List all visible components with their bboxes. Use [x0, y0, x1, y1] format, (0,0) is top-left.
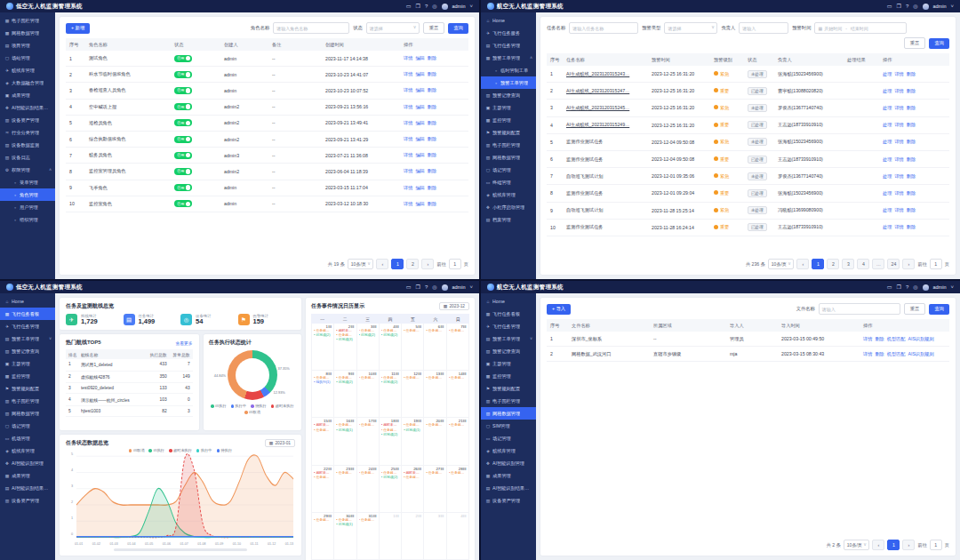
row-action-link[interactable]: 编辑 [415, 71, 424, 76]
calendar-event[interactable]: • 任务超时(2) [404, 329, 422, 333]
sidebar-item[interactable]: ▨ 设备日志 [0, 151, 55, 164]
row-action-link[interactable]: 详情 [404, 71, 412, 76]
user-menu[interactable]: admin [452, 284, 466, 290]
calendar-day-cell[interactable]: 18日 • 超时未执行(2)• 任务超时(3)• 已完成(2) [380, 418, 402, 464]
sidebar-item[interactable]: ▥ 电子围栏管理 [481, 139, 536, 151]
row-action-link[interactable]: 删除 [907, 224, 916, 229]
goto-page-input[interactable]: 1 [930, 259, 942, 269]
calendar-event[interactable]: • 超时未执行(1) [314, 471, 332, 476]
row-action-link[interactable]: 详情 [894, 207, 903, 212]
table-row[interactable]: 8 监测作业测试任务 2023-12-01 09:29:04 重要 已处理 张海… [547, 185, 949, 202]
row-action-link[interactable]: 编辑 [415, 87, 424, 92]
calendar-day-cell[interactable]: 4日 • 任务超时(3)• 已完成(2) [380, 324, 402, 370]
cell-task-name[interactable]: 监测作业测试任务 [563, 133, 648, 150]
status-toggle[interactable]: 启用 [174, 184, 192, 191]
legend-item[interactable]: 待执行 [251, 404, 267, 408]
calendar-day-cell[interactable]: 14日 • 任务超时(2) [447, 371, 469, 417]
sidebar-item[interactable]: ✈ 飞行任务管理 [0, 320, 55, 332]
sidebar-item[interactable]: ▥ 设备资产管理 [481, 494, 536, 507]
import-button[interactable]: + 导入 [547, 304, 571, 315]
column-header[interactable]: 预警时间 [648, 53, 710, 66]
calendar-day-cell[interactable]: 1日 • 任务超时(4)• 已完成(2) [312, 324, 334, 370]
table-row[interactable]: 1 测试角色 启用 admin -- 2023-11-17 14:14:38 详… [66, 51, 468, 67]
row-action-link[interactable]: 详情 [894, 105, 903, 110]
row-action-link[interactable]: 删除 [907, 122, 916, 127]
month-picker[interactable]: ▦2023-01 [265, 439, 295, 447]
sidebar-item[interactable]: ▧ 预警记录查询 [481, 345, 536, 357]
file-name-input[interactable]: 请输入 [819, 303, 900, 315]
row-action-link[interactable]: 删除 [428, 185, 436, 190]
sidebar-item[interactable]: ▥ 电子围栏管理 [0, 395, 55, 407]
calendar-event[interactable]: • 已完成(2) [381, 333, 400, 338]
row-action-link[interactable]: 详情 [863, 336, 872, 341]
calendar-event[interactable]: • 任务超时(2) [449, 423, 468, 428]
calendar-day-cell[interactable]: 5日 • 任务超时(2) [402, 324, 424, 370]
sidebar-item[interactable]: ▩ 监控管理 [0, 370, 55, 382]
calendar-event[interactable]: • 已完成(2) [336, 380, 355, 385]
row-action-link[interactable]: 删除 [428, 104, 436, 109]
calendar-event[interactable]: • 任务超时(3) [359, 376, 378, 380]
calendar-event[interactable]: • 已完成(3) [336, 338, 355, 342]
row-action-link[interactable]: 删除 [907, 156, 916, 162]
calendar-day-cell[interactable]: 19日 • 任务超时(2)• 已完成(1) [402, 418, 424, 464]
calendar-event[interactable]: • 任务超时(2) [359, 518, 378, 523]
row-action-link[interactable]: 处理 [883, 156, 892, 162]
status-toggle[interactable]: 启用 [174, 200, 192, 207]
table-row[interactable]: 5 监测作业测试任务 2023-12-04 09:50:08 紧急 未处理 张海… [547, 133, 949, 150]
sidebar-item[interactable]: ▨ 网格数据管理 [481, 407, 536, 420]
sidebar-item[interactable]: ▥ 设备资产管理 [0, 494, 55, 507]
user-menu[interactable]: admin [933, 4, 947, 9]
row-action-link[interactable]: 删除 [428, 71, 436, 76]
sidebar-item[interactable]: ▩ 监控管理 [481, 114, 536, 126]
table-row[interactable]: 8 监控室管理员角色 启用 admin2 -- 2023-06-04 11:18… [66, 164, 468, 180]
search-button[interactable]: 查询 [929, 38, 949, 49]
calendar-event[interactable]: • 任务超时(2) [449, 376, 468, 380]
row-action-link[interactable]: 删除 [428, 136, 436, 141]
sidebar-item[interactable]: ▧ 设备数据监测 [0, 139, 55, 151]
calendar-day-cell[interactable]: 1日 [380, 513, 402, 559]
sidebar-item[interactable]: ▭ 场记管理 [481, 432, 536, 444]
column-header[interactable]: 序号 [66, 38, 85, 51]
cell-task-name[interactable]: 监测作业测试任务 [563, 150, 648, 167]
calendar-event[interactable]: • 超时未执行(2) [404, 471, 422, 476]
sidebar-item[interactable]: ▭ 终端管理 [481, 176, 536, 188]
calendar-event[interactable]: • 任务超时(2) [314, 518, 332, 523]
column-header[interactable]: 创建人 [220, 38, 268, 51]
table-row[interactable]: 9 飞手角色 启用 admin -- 2023-03-15 11:17:04 详… [66, 180, 468, 196]
column-header[interactable]: 文件名称 [568, 319, 650, 332]
sidebar-item[interactable]: ▩ 网格数据管理 [0, 27, 55, 39]
row-action-link[interactable]: 处理 [883, 207, 892, 212]
reset-button[interactable]: 重置 [904, 303, 926, 315]
sidebar-item[interactable]: ⚑ 预警规则配置 [481, 126, 536, 139]
calendar-day-cell[interactable]: 2日 [402, 513, 424, 559]
row-action-link[interactable]: 删除 [428, 152, 436, 157]
calendar-day-cell[interactable]: 17日 • 任务超时(2) [357, 418, 380, 464]
sidebar-item[interactable]: ▢ SIM管理 [481, 420, 536, 432]
sidebar-item[interactable]: ▦ 电子围栏管理 [0, 14, 55, 27]
help-icon[interactable]: ? [906, 4, 908, 9]
page-number-button[interactable]: 1 [391, 259, 404, 269]
row-action-link[interactable]: 处理 [883, 173, 892, 179]
status-toggle[interactable]: 启用 [174, 55, 192, 62]
row-action-link[interactable]: 删除 [428, 201, 436, 206]
legend-item[interactable]: 已取消 [244, 410, 260, 414]
row-action-link[interactable]: 编辑 [415, 136, 424, 141]
sidebar-item[interactable]: ⚙ 权限管理 ˄ [0, 164, 55, 176]
bell-icon[interactable]: ◎ [432, 4, 436, 9]
calendar-day-cell[interactable]: 2日 • 超时未执行(2)• 任务超时(5)• 已完成(3) [334, 324, 356, 370]
table-row[interactable]: 7 航务员角色 启用 admin3 -- 2023-07-21 11:36:08… [66, 148, 468, 164]
row-action-link[interactable]: 处理 [883, 122, 892, 127]
row-action-link[interactable]: 删除 [907, 71, 916, 76]
sidebar-item[interactable]: ▫ 角色管理 [0, 188, 55, 201]
row-action-link[interactable]: 处理 [883, 105, 892, 110]
calendar-day-cell[interactable]: 23日 • 任务超时(3) [334, 466, 356, 512]
row-action-link[interactable]: 删除 [907, 139, 916, 144]
row-action-link[interactable]: 编辑 [415, 55, 424, 60]
fullscreen-icon[interactable]: ❐ [897, 284, 901, 290]
calendar-event[interactable]: • 已完成(1) [336, 523, 355, 527]
sidebar-item[interactable]: ▤ 预警工单管理 ˅ [481, 332, 536, 345]
calendar-event[interactable]: • 任务超时(3) [426, 376, 444, 380]
fullscreen-icon[interactable]: ❐ [416, 284, 420, 290]
status-toggle[interactable]: 启用 [174, 152, 192, 159]
page-number-button[interactable]: 4 [857, 259, 869, 269]
